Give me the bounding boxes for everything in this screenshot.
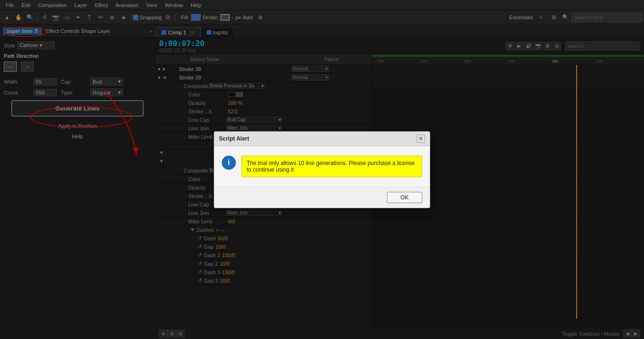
modal-info-icon: i <box>222 156 236 170</box>
modal-overlay: Script Alert ✕ i The trial only allows 1… <box>0 0 644 339</box>
modal-ok-btn[interactable]: OK <box>387 192 422 203</box>
script-alert-modal: Script Alert ✕ i The trial only allows 1… <box>214 131 430 208</box>
modal-close-btn[interactable]: ✕ <box>417 134 425 143</box>
modal-message: The trial only allows 10 line generation… <box>242 156 422 177</box>
modal-titlebar: Script Alert ✕ <box>214 132 430 146</box>
modal-body: i The trial only allows 10 line generati… <box>214 146 430 187</box>
modal-footer: OK <box>214 187 430 208</box>
modal-title: Script Alert <box>219 135 249 142</box>
